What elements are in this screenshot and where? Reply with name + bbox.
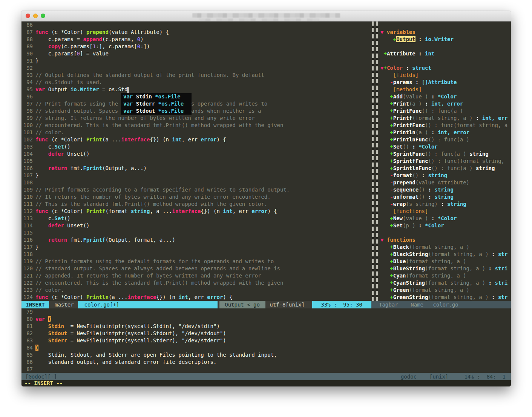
code-line[interactable]: 120// standard output. Spaces are always…	[21, 265, 371, 272]
autocomplete-item[interactable]: var Stdin *os.File	[123, 93, 192, 100]
tagbar-row[interactable]: +GreenString(format string, a ) : str	[380, 294, 511, 301]
tagbar-row[interactable]: +Set(p ) : *Color	[380, 222, 511, 229]
tagbar-row[interactable]: [functions]	[380, 208, 511, 215]
code-line[interactable]: 110// It returns the number of bytes wri…	[21, 193, 371, 201]
tagbar-row[interactable]: -sequence() : string	[380, 186, 511, 193]
code-line[interactable]: 117}	[21, 244, 371, 251]
code-line[interactable]: 86	[21, 21, 371, 29]
tagbar-row[interactable]	[380, 43, 511, 50]
autocomplete-item[interactable]: var Stderr *os.File	[123, 100, 192, 107]
code-line[interactable]: 109// Printf formats according to a form…	[21, 186, 371, 193]
code-line[interactable]: 99// string. It returns the number of by…	[21, 115, 371, 122]
code-line[interactable]: 106 return fmt.Fprint(Output, a...)	[21, 165, 371, 172]
code-line[interactable]: 114 defer Unset()	[21, 222, 371, 229]
tagbar-row[interactable]: +PrintlnFunc() : func(a )	[380, 136, 511, 143]
tagbar-row[interactable]	[380, 229, 511, 236]
code-line[interactable]: 100// encountered. This is the standard …	[21, 122, 371, 129]
tagbar-row[interactable]: +New(value ) : *Color	[380, 215, 511, 222]
godoc-line[interactable]: 83 Stderr = NewFile(uintptr(syscall.Stde…	[21, 337, 511, 344]
code-line[interactable]: 111// This is the standard fmt.Printf() …	[21, 201, 371, 208]
code-line[interactable]: 90 c.params[0] = value	[21, 50, 371, 57]
autocomplete-item[interactable]: var Stdout *os.File	[123, 107, 192, 115]
code-line[interactable]: 98// standard output. Spaces are added b…	[21, 107, 371, 115]
code-line[interactable]: 105	[21, 158, 371, 165]
code-line[interactable]: 121// appended. It returns the number of…	[21, 272, 371, 279]
tagbar-row[interactable]: [fields]	[380, 72, 511, 79]
code-line[interactable]: 94// os.Stdout is used.	[21, 79, 371, 86]
code-line[interactable]: 96	[21, 93, 371, 100]
godoc-window[interactable]: 7980var (81 Stdin = NewFile(uintptr(sysc…	[21, 308, 511, 373]
tagbar-row[interactable]: -prepend(value Attribute)	[380, 179, 511, 186]
code-line[interactable]: 123// color.	[21, 287, 371, 294]
tagbar-row[interactable]: +Printf(format string, a ) : int, err	[380, 115, 511, 122]
code-line[interactable]: 95var Output io.Writer = os.Std	[21, 86, 371, 93]
vertical-split-separator[interactable]	[371, 21, 379, 301]
code-line[interactable]: 101// color.	[21, 129, 371, 136]
token-p	[380, 36, 393, 42]
code-line[interactable]: 91}	[21, 57, 371, 64]
tagbar-row[interactable]: +Black(format string, a )	[380, 244, 511, 251]
autocomplete-popup[interactable]: var Stdin *os.Filevar Stderr *os.Filevar…	[121, 93, 192, 115]
token-g: +	[390, 122, 393, 128]
godoc-line[interactable]: 85 Stdin, Stdout, and Stderr are open Fi…	[21, 351, 511, 359]
tagbar-row[interactable]: [methods]	[380, 86, 511, 93]
tagbar-row[interactable]: ▼ variables	[380, 29, 511, 36]
tagbar-row[interactable]: +Add(value ) : *Color	[380, 93, 511, 100]
code-line[interactable]: 104 defer Unset()	[21, 150, 371, 158]
code-line[interactable]: 102func (c *Color) Print(a ...interface{…	[21, 136, 371, 143]
code-line[interactable]: 107}	[21, 172, 371, 179]
code-line[interactable]: 122// encountered. This is the standard …	[21, 279, 371, 287]
tagbar-row[interactable]: +PrintfFunc() : func(format string, a	[380, 122, 511, 129]
tagbar-row[interactable]: -wrap(s string) : string	[380, 201, 511, 208]
tagbar-row[interactable]: +BlackString(format string, a ) : str	[380, 251, 511, 258]
tagbar-row[interactable]: +PrintFunc() : func(a )	[380, 107, 511, 115]
tagbar-row[interactable]: -unformat() : string	[380, 193, 511, 201]
code-line[interactable]: 93// Output defines the standard output …	[21, 72, 371, 79]
tagbar-row[interactable]: +SprintlnFunc() : func(a ) string	[380, 165, 511, 172]
tagbar-row[interactable]: ▼ functions	[380, 236, 511, 244]
code-line[interactable]: 119// Println formats using the default …	[21, 258, 371, 265]
code-line[interactable]: 97// Print formats using the default for…	[21, 100, 371, 107]
tagbar-row[interactable]: +CyanString(format string, a ) : stri	[380, 279, 511, 287]
tagbar-row[interactable]: +Print(a ) : int, error	[380, 100, 511, 107]
minimize-button[interactable]	[33, 14, 38, 18]
code-line[interactable]: 89 copy(c.params[1:], c.params[0:])	[21, 43, 371, 50]
godoc-line[interactable]: 87	[21, 366, 511, 373]
tagbar-row[interactable]: -format() : string	[380, 172, 511, 179]
zoom-button[interactable]	[41, 14, 45, 18]
tagbar-row[interactable]: -params : []Attribute	[380, 79, 511, 86]
tagbar-row[interactable]: +Green(format string, a )	[380, 287, 511, 294]
tagbar-row[interactable]	[380, 21, 511, 29]
code-line[interactable]: 87func (c *Color) prepend(value Attribut…	[21, 29, 371, 36]
code-line[interactable]: 116 return fmt.Fprintf(Output, format, a…	[21, 236, 371, 244]
godoc-line[interactable]: 84)	[21, 344, 511, 351]
tagbar-row[interactable]: +Blue(format string, a )	[380, 258, 511, 265]
code-line[interactable]: 113 c.Set()	[21, 215, 371, 222]
tagbar-row[interactable]: +SprintfFunc() : func(format string,	[380, 158, 511, 165]
godoc-line[interactable]: 81 Stdin = NewFile(uintptr(syscall.Stdin…	[21, 323, 511, 330]
tagbar-row[interactable]	[380, 57, 511, 64]
code-line[interactable]: 92	[21, 64, 371, 72]
code-line[interactable]: 112func (c *Color) Printf(format string,…	[21, 208, 371, 215]
godoc-line[interactable]: 86 standard output, and standard error f…	[21, 359, 511, 366]
tagbar-row[interactable]: +SprintFunc() : func(a ) string	[380, 150, 511, 158]
godoc-line[interactable]: 82 Stdout = NewFile(uintptr(syscall.Stdo…	[21, 330, 511, 337]
tagbar-row[interactable]: +BlueString(format string, a ) : stri	[380, 265, 511, 272]
code-line[interactable]: 124func (c *Color) Println(a ...interfac…	[21, 294, 371, 301]
code-line[interactable]: 108	[21, 179, 371, 186]
godoc-line[interactable]: 80var (	[21, 316, 511, 323]
code-line[interactable]: 103 c.Set()	[21, 143, 371, 150]
code-line[interactable]: 115	[21, 229, 371, 236]
godoc-line[interactable]: 79	[21, 308, 511, 316]
tagbar-row[interactable]: +Println(a ) : int, error	[380, 129, 511, 136]
close-button[interactable]	[26, 14, 30, 18]
code-editor[interactable]: 8687func (c *Color) prepend(value Attrib…	[21, 21, 371, 301]
tagbar-row[interactable]: ▼+Color : struct	[380, 64, 511, 72]
tagbar-row[interactable]: +Cyan(format string, a )	[380, 272, 511, 279]
code-line[interactable]: 88 c.params = append(c.params, 0)	[21, 36, 371, 43]
tagbar-row[interactable]: +Attribute : int	[380, 50, 511, 57]
tagbar-panel[interactable]: ▼ variables +Output : io.Writer +Attribu…	[379, 21, 511, 301]
tagbar-row[interactable]: +Output : io.Writer	[380, 36, 511, 43]
code-line[interactable]: 118	[21, 251, 371, 258]
tagbar-row[interactable]: +Set() : *Color	[380, 143, 511, 150]
